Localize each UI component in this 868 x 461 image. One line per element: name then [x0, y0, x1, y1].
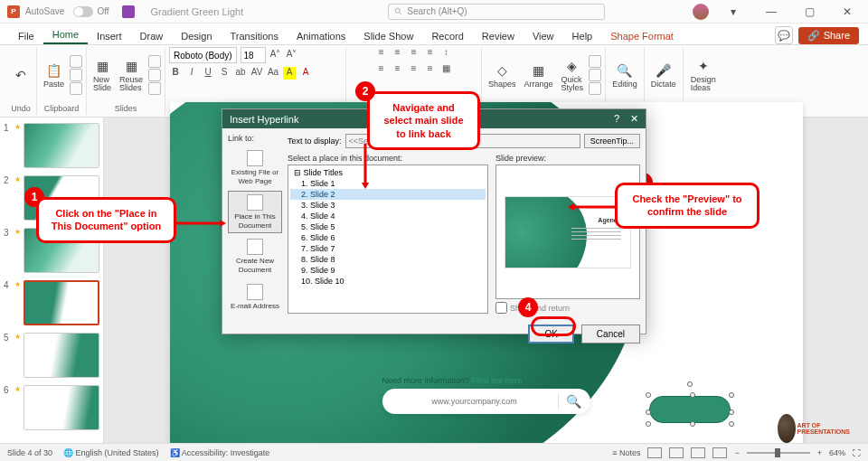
- shadow-button[interactable]: ab: [234, 67, 247, 80]
- tree-item-7[interactable]: 7. Slide 7: [290, 243, 486, 254]
- cancel-button[interactable]: Cancel: [581, 325, 640, 343]
- dialog-help-icon[interactable]: ?: [614, 113, 619, 125]
- underline-button[interactable]: U: [202, 67, 214, 80]
- indent-dec-icon[interactable]: ≡: [408, 47, 420, 60]
- font-size-select[interactable]: 18: [241, 47, 266, 63]
- comments-button[interactable]: 💬: [775, 26, 793, 44]
- menu-review[interactable]: Review: [473, 28, 524, 44]
- dictate-button[interactable]: 🎤Dictate: [648, 60, 679, 90]
- linespace-icon[interactable]: ↕: [440, 47, 453, 60]
- zoom-slider[interactable]: [747, 452, 810, 454]
- cut-icon[interactable]: [70, 55, 82, 68]
- fontcolor-button[interactable]: A: [299, 67, 312, 80]
- tree-item-8[interactable]: 8. Slide 8: [290, 254, 486, 265]
- notes-button[interactable]: ≡ Notes: [612, 448, 640, 457]
- rotate-handle[interactable]: [687, 381, 693, 387]
- autosave-toggle[interactable]: [73, 6, 93, 17]
- undo-button[interactable]: ↶: [9, 64, 33, 86]
- resize-handle-e[interactable]: [729, 409, 734, 415]
- maximize-button[interactable]: ▢: [796, 5, 823, 18]
- paste-button[interactable]: 📋Paste: [41, 60, 67, 90]
- font-name-select[interactable]: Roboto (Body): [169, 47, 236, 63]
- screentip-button[interactable]: ScreenTip...: [584, 134, 640, 148]
- menu-record[interactable]: Record: [422, 28, 472, 44]
- align-center-icon[interactable]: ≡: [392, 63, 404, 76]
- menu-file[interactable]: File: [9, 28, 43, 44]
- sorter-view-icon[interactable]: [669, 447, 684, 458]
- align-justify-icon[interactable]: ≡: [424, 63, 437, 76]
- format-painter-icon[interactable]: [70, 82, 82, 95]
- indent-inc-icon[interactable]: ≡: [424, 47, 437, 60]
- linkopt-email[interactable]: E-mail Address: [228, 280, 282, 315]
- menu-home[interactable]: Home: [43, 26, 88, 44]
- menu-draw[interactable]: Draw: [131, 28, 173, 44]
- highlight-button[interactable]: A: [283, 67, 296, 80]
- decrease-font-icon[interactable]: A˅: [286, 49, 298, 61]
- tree-item-2[interactable]: 2. Slide 2: [290, 189, 486, 200]
- normal-view-icon[interactable]: [647, 447, 662, 458]
- accessibility-status[interactable]: ♿ Accessibility: Investigate: [170, 448, 270, 457]
- user-avatar[interactable]: [693, 4, 709, 20]
- zoom-out-icon[interactable]: −: [734, 448, 739, 457]
- thumb-5[interactable]: 5★: [4, 333, 99, 378]
- fit-window-icon[interactable]: ⛶: [853, 448, 861, 457]
- menu-transitions[interactable]: Transitions: [222, 28, 288, 44]
- designideas-button[interactable]: ✦Design Ideas: [688, 55, 719, 94]
- newslide-button[interactable]: ▦New Slide: [90, 55, 114, 94]
- tree-item-5[interactable]: 5. Slide 5: [290, 221, 486, 232]
- resize-handle-ne[interactable]: [729, 392, 734, 398]
- slide-tree[interactable]: ⊟ Slide Titles 1. Slide 1 2. Slide 2 3. …: [288, 165, 488, 314]
- resize-handle-s[interactable]: [690, 421, 695, 427]
- resize-handle-sw[interactable]: [646, 421, 651, 427]
- linkopt-new[interactable]: Create New Document: [228, 235, 282, 278]
- slideshow-view-icon[interactable]: [712, 447, 727, 458]
- align-left-icon[interactable]: ≡: [375, 63, 388, 76]
- menu-view[interactable]: View: [524, 28, 563, 44]
- linkopt-place[interactable]: Place in This Document: [228, 191, 282, 233]
- bold-button[interactable]: B: [169, 67, 182, 80]
- shapes-button[interactable]: ◇Shapes: [486, 60, 519, 90]
- document-name[interactable]: Gradient Green Light: [151, 6, 244, 17]
- menu-animations[interactable]: Animations: [288, 28, 354, 44]
- linkopt-existing[interactable]: Existing File or Web Page: [228, 146, 282, 189]
- save-icon[interactable]: [122, 5, 135, 18]
- menu-insert[interactable]: Insert: [88, 28, 131, 44]
- reading-view-icon[interactable]: [691, 447, 705, 458]
- close-button[interactable]: ✕: [834, 5, 861, 18]
- zoom-level[interactable]: 64%: [829, 448, 845, 457]
- tree-root[interactable]: ⊟ Slide Titles: [290, 167, 486, 178]
- outline-icon[interactable]: [589, 69, 601, 81]
- numbering-icon[interactable]: ≡: [392, 47, 404, 60]
- selection-handles[interactable]: [646, 392, 734, 427]
- minimize-button[interactable]: —: [758, 5, 785, 18]
- strike-button[interactable]: S: [218, 67, 231, 80]
- dialog-close-icon[interactable]: ✕: [630, 113, 638, 125]
- resize-handle-w[interactable]: [646, 409, 651, 415]
- effects-icon[interactable]: [589, 82, 601, 95]
- arrange-button[interactable]: ▦Arrange: [522, 60, 556, 90]
- tree-item-10[interactable]: 10. Slide 10: [290, 276, 486, 287]
- slide-counter[interactable]: Slide 4 of 30: [7, 448, 52, 457]
- menu-slideshow[interactable]: Slide Show: [354, 28, 422, 44]
- case-button[interactable]: Aa: [267, 67, 279, 80]
- tree-item-1[interactable]: 1. Slide 1: [290, 178, 486, 189]
- reuseslides-button[interactable]: ▦Reuse Slides: [117, 55, 146, 94]
- ribbon-mode-icon[interactable]: ▾: [720, 5, 747, 18]
- layout-icon[interactable]: [148, 55, 161, 68]
- columns-icon[interactable]: ▦: [440, 63, 453, 76]
- tree-item-4[interactable]: 4. Slide 4: [290, 211, 486, 221]
- zoom-in-icon[interactable]: +: [817, 448, 822, 457]
- menu-shapeformat[interactable]: Shape Format: [601, 28, 683, 44]
- tree-item-3[interactable]: 3. Slide 3: [290, 200, 486, 211]
- slide-search-input[interactable]: [392, 397, 558, 406]
- italic-button[interactable]: I: [185, 67, 198, 80]
- resize-handle-n[interactable]: [690, 392, 695, 398]
- reset-icon[interactable]: [148, 69, 161, 81]
- menu-design[interactable]: Design: [172, 28, 221, 44]
- menu-help[interactable]: Help: [563, 28, 602, 44]
- fill-icon[interactable]: [589, 55, 601, 68]
- slide-search-link[interactable]: Find me here: [472, 376, 523, 385]
- tree-item-6[interactable]: 6. Slide 6: [290, 232, 486, 243]
- section-icon[interactable]: [148, 82, 161, 95]
- editing-button[interactable]: 🔍Editing: [609, 60, 640, 90]
